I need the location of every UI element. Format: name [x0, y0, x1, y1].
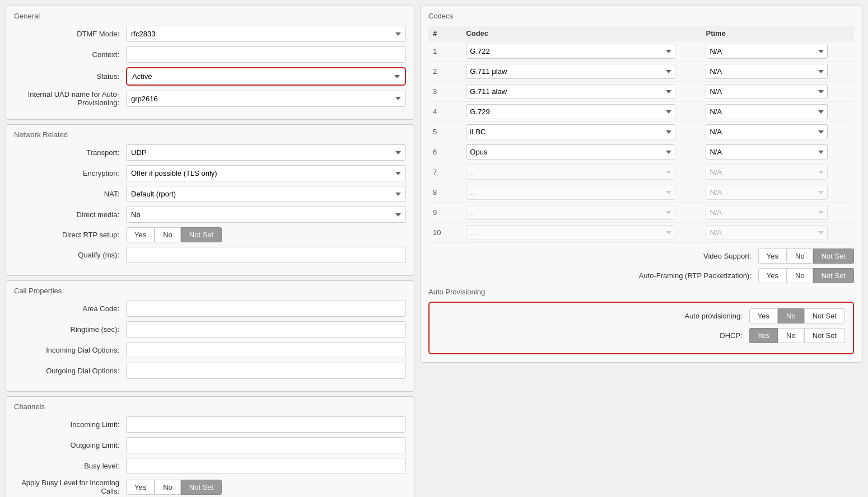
video-support-no-btn[interactable]: No	[787, 248, 813, 264]
codec-row-10: 10..N/A	[428, 223, 854, 243]
codec-select-1[interactable]: G.722	[466, 44, 675, 59]
video-support-notset-btn[interactable]: Not Set	[813, 248, 854, 264]
ptime-select-5[interactable]: N/A	[706, 124, 828, 139]
codec-select-9[interactable]: ..	[466, 205, 675, 220]
ptime-select-wrap-8: N/A	[701, 182, 832, 203]
codec-num-5: 5	[428, 122, 461, 142]
auto-prov-yes-btn[interactable]: Yes	[749, 308, 778, 323]
codec-select-wrap-1: G.722	[461, 41, 679, 62]
incoming-limit-input[interactable]	[126, 416, 406, 433]
codecs-header-num: #	[428, 26, 461, 41]
ptime-select-1[interactable]: N/A	[706, 44, 828, 59]
auto-prov-no-btn[interactable]: No	[778, 308, 804, 323]
auto-framing-no-btn[interactable]: No	[787, 268, 813, 283]
apply-busy-yes-btn[interactable]: Yes	[126, 480, 155, 495]
incoming-dial-input[interactable]	[126, 342, 406, 358]
channels-title: Channels	[14, 402, 406, 411]
direct-rtp-btngroup: Yes No Not Set	[126, 227, 406, 242]
dhcp-no-btn[interactable]: No	[778, 328, 804, 343]
ptime-select-2[interactable]: N/A	[706, 64, 828, 79]
internal-uad-row: Internal UAD name for Auto-Provisioning:…	[14, 90, 406, 107]
apply-busy-notset-btn[interactable]: Not Set	[181, 480, 222, 495]
context-input[interactable]	[126, 46, 406, 63]
direct-rtp-label: Direct RTP setup:	[14, 231, 126, 239]
context-wrap	[126, 46, 406, 63]
direct-media-select[interactable]: No Yes	[126, 207, 406, 223]
video-support-btngroup: Yes No Not Set	[758, 248, 854, 264]
auto-framing-label: Auto-Framing (RTP Packetization):	[639, 271, 758, 280]
status-select[interactable]: Active Inactive	[128, 69, 404, 84]
dtmf-mode-wrap: rfc2833 info inband auto	[126, 26, 406, 42]
internal-uad-wrap: grp2616	[126, 91, 406, 107]
codec-select-6[interactable]: Opus	[466, 144, 675, 160]
encryption-label: Encryption:	[14, 169, 126, 177]
auto-prov-outer: Auto Provisioning Auto provisioning: Yes…	[428, 288, 854, 354]
auto-prov-title: Auto Provisioning	[428, 288, 854, 296]
apply-busy-no-btn[interactable]: No	[155, 480, 181, 495]
internal-uad-label: Internal UAD name for Auto-Provisioning:	[14, 90, 126, 107]
codec-select-wrap-2: G.711 μlaw	[461, 62, 679, 82]
auto-framing-notset-btn[interactable]: Not Set	[813, 268, 854, 283]
ptime-select-10[interactable]: N/A	[706, 225, 828, 240]
direct-rtp-yes-btn[interactable]: Yes	[126, 227, 155, 242]
incoming-dial-row: Incoming Dial Options:	[14, 342, 406, 358]
codec-select-2[interactable]: G.711 μlaw	[466, 64, 675, 79]
codec-select-10[interactable]: ..	[466, 225, 675, 240]
ringtime-wrap	[126, 321, 406, 337]
codec-row-5: 5iLBCN/A	[428, 122, 854, 142]
direct-rtp-notset-btn[interactable]: Not Set	[181, 227, 222, 242]
area-code-input[interactable]	[126, 301, 406, 317]
codec-select-wrap-4: G.729	[461, 102, 679, 122]
direct-media-wrap: No Yes	[126, 207, 406, 223]
apply-busy-label: Apply Busy Level for Incoming Calls:	[14, 479, 126, 495]
ptime-select-wrap-3: N/A	[701, 82, 832, 102]
codec-select-3[interactable]: G.711 alaw	[466, 84, 675, 99]
codec-num-10: 10	[428, 223, 461, 243]
area-code-row: Area Code:	[14, 301, 406, 317]
transport-select[interactable]: UDP TCP TLS	[126, 144, 406, 161]
codec-select-8[interactable]: ..	[466, 185, 675, 200]
codec-select-wrap-9: ..	[461, 203, 679, 223]
codec-num-3: 3	[428, 82, 461, 102]
incoming-limit-wrap	[126, 416, 406, 433]
codec-row-9: 9..N/A	[428, 203, 854, 223]
auto-prov-notset-btn[interactable]: Not Set	[804, 308, 845, 323]
busy-level-input[interactable]	[126, 458, 406, 474]
ptime-select-3[interactable]: N/A	[706, 84, 828, 99]
encryption-select[interactable]: Offer if possible (TLS only) Required No…	[126, 165, 406, 181]
outgoing-dial-input[interactable]	[126, 363, 406, 379]
ringtime-row: Ringtime (sec):	[14, 321, 406, 337]
codec-select-4[interactable]: G.729	[466, 104, 675, 119]
dhcp-notset-btn[interactable]: Not Set	[804, 328, 845, 343]
channels-section: Channels Incoming Limit: Outgoing Limit:…	[6, 396, 414, 497]
video-support-yes-btn[interactable]: Yes	[758, 248, 787, 264]
codecs-bottom-controls: Video Support: Yes No Not Set Auto-Frami…	[428, 248, 854, 283]
internal-uad-select[interactable]: grp2616	[126, 91, 406, 107]
incoming-dial-wrap	[126, 342, 406, 358]
network-title: Network Related	[14, 130, 406, 139]
ptime-select-7[interactable]: N/A	[706, 165, 828, 180]
ptime-select-8[interactable]: N/A	[706, 185, 828, 200]
codec-row-1: 1G.722N/A	[428, 41, 854, 62]
direct-rtp-no-btn[interactable]: No	[155, 227, 181, 242]
auto-framing-yes-btn[interactable]: Yes	[758, 268, 787, 283]
codec-select-wrap-3: G.711 alaw	[461, 82, 679, 102]
ptime-select-wrap-9: N/A	[701, 203, 832, 223]
ptime-select-6[interactable]: N/A	[706, 144, 828, 160]
nat-select[interactable]: Default (rport) Force rport None	[126, 186, 406, 202]
outgoing-limit-input[interactable]	[126, 437, 406, 453]
ptime-select-4[interactable]: N/A	[706, 104, 828, 119]
context-row: Context:	[14, 46, 406, 63]
codec-row-8: 8..N/A	[428, 182, 854, 203]
general-section: General DTMF Mode: rfc2833 info inband a…	[6, 6, 414, 120]
ptime-select-9[interactable]: N/A	[706, 205, 828, 220]
auto-framing-row: Auto-Framing (RTP Packetization): Yes No…	[428, 268, 854, 283]
codec-select-7[interactable]: ..	[466, 165, 675, 180]
codec-select-5[interactable]: iLBC	[466, 124, 675, 139]
qualify-input[interactable]	[126, 247, 406, 263]
dhcp-yes-btn[interactable]: Yes	[749, 328, 778, 343]
direct-media-label: Direct media:	[14, 210, 126, 219]
ringtime-input[interactable]	[126, 321, 406, 337]
status-row: Status: Active Inactive	[14, 67, 406, 86]
dtmf-mode-select[interactable]: rfc2833 info inband auto	[126, 26, 406, 42]
